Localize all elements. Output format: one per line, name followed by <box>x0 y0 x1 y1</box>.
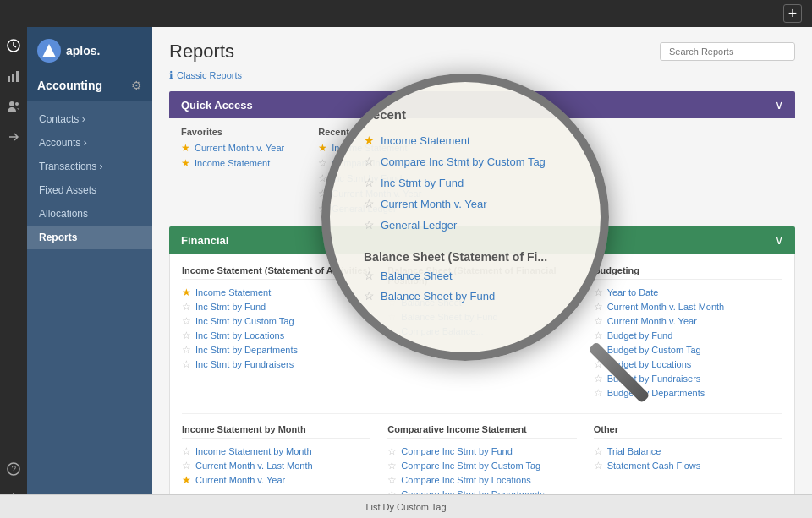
star-empty-icon: ☆ <box>594 445 603 457</box>
star-empty-icon: ☆ <box>594 315 603 327</box>
classic-reports-label: Classic Reports <box>177 70 242 80</box>
fin-ibm-3[interactable]: ★ Current Month v. Year <box>182 474 370 486</box>
fin-income-5[interactable]: ☆ Inc Stmt by Departments <box>182 344 370 356</box>
fin-bs-1[interactable]: ☆ Balance Sheet <box>387 297 576 308</box>
arrow-icon[interactable] <box>2 125 25 149</box>
recent-col: Recent ★ Income Statement ☆ Compare Inc … <box>318 127 471 218</box>
star-empty-icon: ☆ <box>387 325 397 337</box>
fin-ibm-2-label: Current Month v. Last Month <box>195 461 313 471</box>
people-icon[interactable] <box>2 95 25 118</box>
star-empty-icon: ☆ <box>594 387 603 399</box>
star-filled-icon: ★ <box>318 142 327 154</box>
sidebar-item-accounts[interactable]: Accounts › <box>27 131 152 155</box>
fin-budget-5-label: Budget by Custom Tag <box>607 345 701 355</box>
fin-ibm-1-label: Income Statement by Month <box>195 446 312 456</box>
fin-budget-3[interactable]: ☆ Current Month v. Year <box>594 315 782 327</box>
icon-strip: ? <box>0 27 27 518</box>
help-icon[interactable]: ? <box>2 457 25 481</box>
income-stmt-col-title: Income Statement (Statement of Activitie… <box>182 265 370 280</box>
aplos-brand: aplos. <box>66 44 100 57</box>
fin-other-2[interactable]: ☆ Statement Cash Flows <box>594 460 782 472</box>
fin-other-1[interactable]: ☆ Trial Balance <box>594 445 782 457</box>
recent-item-2[interactable]: ☆ Compare Inc Stmt by Custom Tag <box>318 157 471 169</box>
recent-item-3[interactable]: ☆ Inc Stmt by Fund <box>318 172 471 184</box>
fin-comp-1[interactable]: ☆ Compare Inc Stmt by Fund <box>387 445 576 457</box>
sidebar-item-contacts[interactable]: Contacts › <box>27 107 152 131</box>
fin-income-4-label: Inc Stmt by Locations <box>195 330 284 341</box>
fin-comp-2[interactable]: ☆ Compare Inc Stmt by Custom Tag <box>387 460 576 472</box>
fin-income-2-label: Inc Stmt by Fund <box>195 302 266 312</box>
fav-item-1-label: Current Month v. Year <box>195 143 284 153</box>
star-empty-icon: ☆ <box>594 330 603 341</box>
bottom-bar: List Dy Custom Tag <box>0 494 812 518</box>
fin-bs-1-label: Balance Sheet <box>401 297 462 308</box>
star-empty-icon: ☆ <box>387 311 397 323</box>
sidebar-item-allocations-label: Allocations <box>39 208 88 220</box>
search-input[interactable] <box>660 42 795 61</box>
star-empty-icon: ☆ <box>318 203 327 215</box>
sidebar-gear-icon[interactable]: ⚙ <box>131 79 142 92</box>
income-by-month-title: Income Statement by Month <box>182 424 370 439</box>
fin-budget-1[interactable]: ☆ Year to Date <box>594 286 782 298</box>
fin-income-2[interactable]: ☆ Inc Stmt by Fund <box>182 301 370 313</box>
sidebar-item-allocations[interactable]: Allocations <box>27 202 152 226</box>
star-empty-icon: ☆ <box>318 172 327 184</box>
quick-access-header[interactable]: Quick Access ∨ <box>169 91 795 118</box>
fin-budget-8-label: Budget by Departments <box>607 388 705 398</box>
favorites-col: Favorites ★ Current Month v. Year ★ Inco… <box>181 127 284 218</box>
svg-rect-1 <box>8 76 10 82</box>
fin-ibm-2[interactable]: ☆ Current Month v. Last Month <box>182 460 370 472</box>
sidebar-item-transactions[interactable]: Transactions › <box>27 155 152 178</box>
financial-header[interactable]: Financial ∨ <box>169 226 795 254</box>
fin-comp-3[interactable]: ☆ Compare Inc Stmt by Locations <box>387 474 576 486</box>
fin-bs-3[interactable]: ☆ Compare Balance... <box>387 325 576 337</box>
fin-income-1[interactable]: ★ Income Statement <box>182 286 370 298</box>
fin-other-1-label: Trial Balance <box>607 446 661 456</box>
star-empty-icon: ☆ <box>387 445 397 457</box>
classic-reports-link[interactable]: Classic Reports <box>169 69 795 81</box>
sidebar-item-reports[interactable]: Reports <box>27 226 152 249</box>
fin-budget-6[interactable]: ☆ Budget by Locations <box>594 358 782 370</box>
fin-comp-2-label: Compare Inc Stmt by Custom Tag <box>401 461 540 471</box>
bar-chart-icon[interactable] <box>2 64 25 88</box>
fin-income-3[interactable]: ☆ Inc Stmt by Custom Tag <box>182 315 370 327</box>
fin-budget-5[interactable]: ☆ Budget by Custom Tag <box>594 344 782 356</box>
sidebar-item-fixed-assets[interactable]: Fixed Assets <box>27 178 152 202</box>
star-filled-icon: ★ <box>181 157 190 169</box>
fin-budget-4-label: Budget by Fund <box>607 330 673 341</box>
fin-income-6[interactable]: ☆ Inc Stmt by Fundraisers <box>182 358 370 370</box>
star-empty-icon: ☆ <box>182 330 191 341</box>
fav-item-2[interactable]: ★ Income Statement <box>181 157 284 169</box>
fin-bs-2[interactable]: ☆ Balance Sheet by Fund <box>387 311 576 323</box>
star-empty-icon: ☆ <box>182 315 191 327</box>
dashboard-icon[interactable] <box>2 34 25 57</box>
recent-item-1-label: Income Statement <box>332 143 407 153</box>
sidebar-nav: Contacts › Accounts › Transactions › Fix… <box>27 101 152 518</box>
star-empty-icon: ☆ <box>387 297 397 308</box>
income-stmt-col: Income Statement (Statement of Activitie… <box>182 265 370 401</box>
fin-income-4[interactable]: ☆ Inc Stmt by Locations <box>182 330 370 341</box>
star-empty-icon: ☆ <box>318 188 327 199</box>
star-empty-icon: ☆ <box>594 358 603 370</box>
fin-income-1-label: Income Statement <box>195 287 271 297</box>
fin-budget-2[interactable]: ☆ Current Month v. Last Month <box>594 301 782 313</box>
fav-item-1[interactable]: ★ Current Month v. Year <box>181 142 284 154</box>
recent-item-1[interactable]: ★ Income Statement <box>318 142 471 154</box>
recent-item-5[interactable]: ☆ General Ledger <box>318 203 471 215</box>
fin-budget-4[interactable]: ☆ Budget by Fund <box>594 330 782 341</box>
favorites-title: Favorites <box>181 127 284 137</box>
sidebar: aplos. Accounting ⚙ Contacts › Accounts … <box>27 27 152 518</box>
recent-item-4[interactable]: ☆ Current Month v. Year <box>318 188 471 199</box>
fin-budget-8[interactable]: ☆ Budget by Departments <box>594 387 782 399</box>
fin-bs-3-label: Compare Balance... <box>401 326 483 336</box>
star-empty-icon: ☆ <box>594 344 603 356</box>
financial-title: Financial <box>181 234 228 247</box>
fin-other-2-label: Statement Cash Flows <box>607 461 701 471</box>
add-button[interactable]: + <box>783 4 802 23</box>
fin-ibm-1[interactable]: ☆ Income Statement by Month <box>182 445 370 457</box>
recent-title: Recent <box>318 127 471 137</box>
fin-income-3-label: Inc Stmt by Custom Tag <box>195 316 294 326</box>
sidebar-header: aplos. <box>27 27 152 74</box>
fin-budget-7[interactable]: ☆ Budget by Fundraisers <box>594 373 782 384</box>
sidebar-account-header: Accounting ⚙ <box>27 74 152 101</box>
